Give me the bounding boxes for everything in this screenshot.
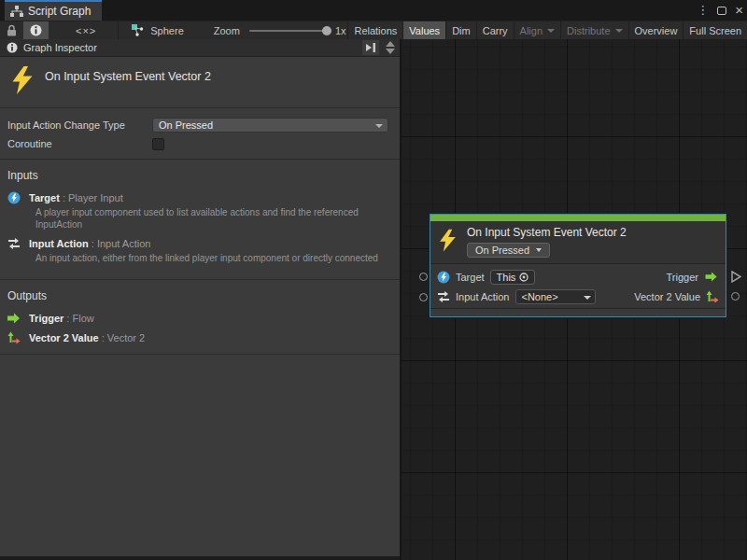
node-port-row: Input Action <None> Vector 2 Value — [430, 287, 726, 306]
inspector-scrollbar — [383, 39, 398, 60]
zoom-slider-knob[interactable] — [322, 26, 331, 35]
event-bolt-icon — [11, 66, 34, 94]
info-icon — [30, 24, 42, 36]
flow-arrow-icon — [7, 312, 21, 325]
toolbar-button-dim[interactable]: Dim — [445, 21, 476, 40]
flow-port-triangle-icon — [731, 271, 741, 283]
port-name: Input Action — [29, 238, 89, 249]
chevron-down-icon — [536, 248, 542, 252]
input-action-dropdown[interactable]: <None> — [515, 289, 596, 304]
node-header: On Input System Event Vector 2 On Presse… — [430, 221, 726, 263]
collapse-inspector-button[interactable] — [362, 40, 379, 55]
node-title: On Input System Event Vector 2 — [467, 226, 627, 240]
lock-icon — [7, 24, 17, 36]
target-value-chip[interactable]: This — [490, 270, 536, 285]
input-action-port-label: Input Action — [456, 291, 510, 302]
vector2-port-label: Vector 2 Value — [634, 291, 700, 302]
toolbar-button-carry[interactable]: Carry — [476, 21, 514, 40]
chevron-down-icon — [375, 124, 383, 128]
graph-target-button[interactable]: Sphere — [126, 21, 189, 40]
change-type-label: Input Action Change Type — [7, 119, 152, 131]
node-event-colorbar — [430, 215, 726, 221]
change-type-value: On Pressed — [159, 119, 213, 131]
port-type: : Vector 2 — [102, 332, 145, 343]
window-menu-icon[interactable]: ⋮ — [697, 0, 709, 21]
change-type-dropdown[interactable]: On Pressed — [152, 118, 388, 133]
input-port-row: Input Action : Input Action — [7, 237, 388, 250]
input-action-icon — [437, 290, 450, 303]
maximize-icon[interactable] — [717, 7, 726, 15]
unit-title-block: On Input System Event Vector 2 — [0, 57, 400, 108]
player-input-icon — [7, 191, 21, 204]
tab-label: Script Graph — [28, 5, 91, 18]
port-type: : Input Action — [92, 238, 151, 249]
zoom-slider[interactable] — [249, 30, 330, 32]
zoom-value: 1x — [335, 25, 346, 36]
coroutine-label: Coroutine — [7, 138, 152, 149]
toolbar-separator — [118, 21, 119, 40]
scroll-down-icon[interactable] — [386, 49, 395, 54]
unit-title: On Input System Event Vector 2 — [45, 66, 211, 83]
toolbar-button-values[interactable]: Values — [402, 21, 445, 40]
zoom-control: Zoom 1x — [214, 25, 346, 36]
node-event-dropdown[interactable]: On Pressed — [467, 243, 550, 258]
node-body: Target This Trigger — [430, 263, 726, 308]
code-icon: <×> — [76, 25, 96, 36]
port-description: An input action, either from the linked … — [35, 252, 386, 264]
inspector-toggle-button[interactable] — [23, 21, 49, 40]
inputs-section: Inputs Target : Player Input A player in… — [0, 160, 400, 280]
toolbar-button-fullscreen[interactable]: Full Screen — [683, 21, 747, 40]
coroutine-checkbox[interactable] — [152, 138, 164, 150]
graph-hierarchy-icon — [10, 6, 23, 18]
target-port-label: Target — [456, 272, 485, 283]
graph-asset-icon — [132, 24, 144, 36]
output-port-row: Trigger : Flow — [7, 312, 388, 325]
graph-inspector-header: Graph Inspector — [0, 39, 400, 57]
node-port-row: Target This Trigger — [430, 267, 726, 287]
outputs-section: Outputs Trigger : Flow Vector 2 Value : … — [0, 280, 400, 355]
toolbar-right-group: Relations Values Dim Carry Align Distrib… — [347, 21, 747, 40]
inputs-heading: Inputs — [7, 169, 388, 182]
object-picker-icon — [519, 273, 529, 282]
close-icon[interactable]: × — [735, 0, 743, 21]
inspector-header-label: Graph Inspector — [23, 42, 97, 53]
outputs-heading: Outputs — [7, 289, 388, 302]
toolbar-button-align[interactable]: Align — [514, 21, 560, 40]
event-node[interactable]: On Input System Event Vector 2 On Presse… — [430, 214, 726, 317]
toolbar-button-distribute[interactable]: Distribute — [560, 21, 627, 40]
target-input-port[interactable] — [419, 273, 428, 281]
input-action-input-port[interactable] — [419, 293, 428, 301]
port-name: Vector 2 Value — [29, 332, 99, 343]
info-icon — [7, 42, 18, 53]
chevron-down-icon — [615, 29, 623, 33]
input-action-icon — [7, 237, 21, 250]
code-preview-button[interactable]: <×> — [69, 21, 103, 40]
tab-script-graph[interactable]: Script Graph — [5, 0, 102, 21]
toolbar-button-overview[interactable]: Overview — [628, 21, 684, 40]
toolbar-button-relations[interactable]: Relations — [347, 21, 402, 40]
graph-target-label: Sphere — [150, 25, 183, 36]
graph-toolbar: <×> Sphere Zoom 1x Relations Values — [0, 21, 747, 39]
trigger-output-port[interactable] — [731, 271, 741, 285]
dock-right-icon — [366, 43, 376, 52]
vector2-icon — [7, 331, 21, 344]
output-port-row: Vector 2 Value : Vector 2 — [7, 331, 388, 344]
port-type: : Flow — [66, 313, 93, 324]
input-port-row: Target : Player Input — [7, 191, 388, 204]
player-input-icon — [437, 271, 450, 284]
lock-button[interactable] — [0, 21, 23, 40]
vector2-icon — [706, 290, 719, 303]
port-type: : Player Input — [63, 192, 123, 203]
chevron-down-icon — [547, 29, 555, 33]
tab-strip: Script Graph ⋮ × — [0, 0, 747, 21]
vector2-output-port[interactable] — [731, 292, 740, 301]
trigger-port-label: Trigger — [667, 272, 698, 283]
event-bolt-icon — [439, 229, 457, 252]
script-graph-window: Script Graph ⋮ × <×> — [0, 0, 747, 560]
port-name: Trigger — [29, 313, 63, 324]
node-footer — [430, 308, 726, 316]
graph-inspector-panel: Graph Inspector On Input System Event Ve… — [0, 39, 400, 560]
unit-settings-form: Input Action Change Type On Pressed Coro… — [0, 108, 400, 160]
chevron-down-icon — [584, 296, 591, 300]
scroll-up-icon[interactable] — [386, 41, 395, 47]
